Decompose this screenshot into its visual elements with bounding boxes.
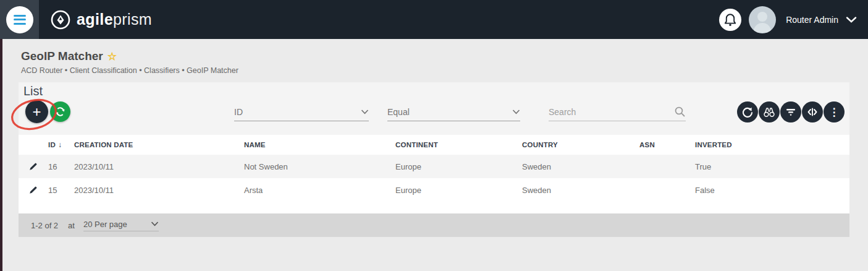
list-title: List [23,84,43,98]
cell-creation-date: 2023/10/11 [74,162,244,171]
filter-icon [786,108,796,116]
chevron-down-icon [361,110,369,114]
notifications-button[interactable] [719,9,741,31]
table-actions: ⋮ [737,101,845,123]
bell-icon [724,13,736,27]
brand-name: agileprism [77,11,152,28]
cell-country: Sweden [522,162,639,171]
breadcrumb: ACD Router • Client Classification • Cla… [21,66,238,75]
brand-logo[interactable]: agileprism [49,9,152,31]
column-header-continent[interactable]: CONTINENT [395,141,522,148]
topbar-right: Router Admin [719,6,868,33]
column-header-name[interactable]: NAME [244,141,395,148]
sync-button[interactable] [50,101,70,122]
cell-continent: Europe [395,186,522,195]
page-head: GeoIP Matcher ☆ ACD Router • Client Clas… [21,49,238,75]
user-name[interactable]: Router Admin [786,15,838,25]
column-header-inverted[interactable]: INVERTED [695,141,849,148]
pagination-at-label: at [68,221,75,230]
brand-icon [49,9,72,31]
table-row[interactable]: 16 2023/10/11 Not Sweden Europe Sweden T… [19,155,849,178]
column-header-id[interactable]: ID ↓ [48,140,74,149]
pencil-icon [28,162,38,171]
resize-columns-button[interactable] [802,101,823,123]
filter-button[interactable] [780,101,801,123]
per-page-select[interactable]: 20 Per page [83,220,159,231]
user-menu-chevron-icon[interactable] [846,17,857,23]
cell-id: 15 [48,186,74,195]
resize-columns-icon [807,107,818,117]
plus-icon: + [32,105,41,119]
more-vertical-icon: ⋮ [829,107,840,118]
refresh-icon [742,106,753,118]
pagination-bar: 1-2 of 2 at 20 Per page [19,213,849,237]
table-spacer [19,202,849,213]
list-toolbar: List + ID Equal [19,82,849,135]
edit-row-button[interactable] [27,161,39,173]
search-field [549,103,686,121]
cell-inverted: False [695,186,849,195]
list-panel: List + ID Equal [19,82,849,237]
column-header-creation-date[interactable]: CREATION DATE [74,141,244,148]
search-icon [674,106,686,118]
sync-icon [54,106,66,118]
table-row[interactable]: 15 2023/10/11 Arsta Europe Sweden False [19,178,849,202]
hamburger-icon [6,6,33,33]
cell-inverted: True [695,162,849,171]
table-header-row: ID ↓ CREATION DATE NAME CONTINENT COUNTR… [19,135,849,155]
page: agileprism Router Admin GeoIP Matcher ☆ [0,0,868,271]
cell-creation-date: 2023/10/11 [74,186,244,195]
sidebar-edge [0,39,2,271]
page-title: GeoIP Matcher [21,49,103,63]
cell-country: Sweden [522,186,639,195]
cell-name: Arsta [244,186,395,195]
add-button[interactable]: + [25,100,48,123]
chevron-down-icon [151,222,159,226]
sort-desc-icon[interactable]: ↓ [58,140,62,149]
cell-continent: Europe [395,162,522,171]
refresh-button[interactable] [737,101,758,123]
avatar[interactable] [749,6,776,33]
edit-row-button[interactable] [27,184,39,196]
filter-field-select[interactable]: ID [234,103,369,121]
menu-button[interactable] [0,0,39,39]
cell-id: 16 [48,162,74,171]
cell-name: Not Sweden [244,162,395,171]
pencil-icon [28,186,38,195]
search-input[interactable] [549,107,674,117]
more-options-button[interactable]: ⋮ [824,101,845,123]
find-button[interactable] [759,101,780,123]
filter-operator-select[interactable]: Equal [387,103,520,121]
column-header-asn[interactable]: ASN [639,141,695,148]
favorite-star-icon[interactable]: ☆ [107,50,117,63]
binoculars-icon [763,106,775,118]
top-navbar: agileprism Router Admin [0,0,868,39]
pagination-range: 1-2 of 2 [31,221,58,230]
column-header-country[interactable]: COUNTRY [522,141,639,148]
chevron-down-icon [512,110,520,114]
table: ID ↓ CREATION DATE NAME CONTINENT COUNTR… [19,135,849,202]
